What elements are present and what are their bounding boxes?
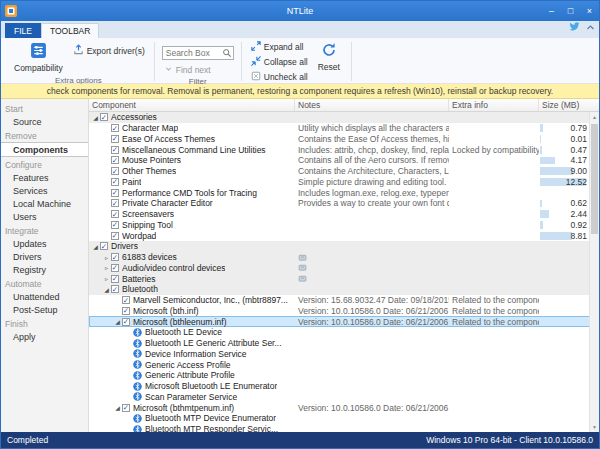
table-row[interactable]: ✓Miscellaneous Command Line UtilitiesInc… [89, 144, 599, 155]
table-row[interactable]: ◢✓Microsoft (bthleenum.inf)Version: 10.0… [89, 316, 599, 327]
row-checkbox[interactable]: ✓ [111, 264, 119, 272]
row-checkbox[interactable]: ✓ [111, 178, 119, 186]
table-row[interactable]: Bluetooth LE Device [89, 327, 599, 338]
table-row[interactable]: ◢✓Microsoft (bthmtpenum.inf)Version: 10.… [89, 402, 599, 413]
row-checkbox[interactable]: ✓ [111, 221, 119, 229]
expand-tree-icon[interactable]: ▹ [102, 254, 111, 261]
table-row[interactable]: ✓Marvell Semiconductor, Inc., (mbtr8897.… [89, 295, 599, 306]
table-row[interactable]: ✓Private Character EditorProvides a way … [89, 198, 599, 209]
collapse-tree-icon[interactable]: ◢ [91, 114, 100, 121]
row-checkbox[interactable]: ✓ [111, 167, 119, 175]
table-row[interactable]: Bluetooth MTP Responder Servic... [89, 424, 599, 432]
extra-info-cell [449, 284, 539, 295]
find-next-button[interactable]: Find next [160, 63, 215, 76]
table-row[interactable]: ✓Performance CMD Tools for TracingInclud… [89, 187, 599, 198]
extra-info-cell [449, 230, 539, 241]
table-row[interactable]: ◢✓Bluetooth [89, 284, 599, 295]
component-cell: ▹✓Batteries [89, 273, 295, 284]
row-checkbox[interactable]: ✓ [100, 242, 108, 250]
export-drivers-button[interactable]: Export driver(s) [69, 43, 149, 58]
expand-tree-icon[interactable]: ▹ [102, 275, 111, 282]
scrollbar-thumb[interactable] [591, 124, 598, 234]
tab-file[interactable]: FILE [5, 23, 41, 38]
size-cell: 2.44 [539, 209, 591, 220]
sidebar-item-registry[interactable]: Registry [1, 263, 88, 276]
component-label: Scan Parameter Service [145, 392, 237, 402]
expand-all-button[interactable]: Expand all [247, 40, 312, 54]
table-row[interactable]: ✓Screensavers2.44 [89, 209, 599, 220]
table-row[interactable]: Device Information Service [89, 349, 599, 360]
compatibility-button[interactable]: Compatibility [8, 40, 69, 75]
table-row[interactable]: ▹✓61883 devices [89, 252, 599, 263]
table-row[interactable]: ✓Microsoft (bth.inf)Version: 10.0.10586.… [89, 306, 599, 317]
tab-toolbar[interactable]: TOOLBAR [41, 23, 99, 38]
sidebar-item-unattended[interactable]: Unattended [1, 290, 88, 303]
table-row[interactable]: ✓Wordpad8.81 [89, 230, 599, 241]
sidebar-item-updates[interactable]: Updates [1, 237, 88, 250]
reset-button[interactable]: Reset [312, 40, 346, 74]
notes-cell [295, 209, 449, 220]
component-tree[interactable]: ◢✓Accessories✓Character MapUtility which… [89, 112, 599, 432]
collapse-tree-icon[interactable]: ◢ [113, 404, 122, 411]
sidebar-section-finish: Finish [1, 316, 88, 330]
column-header-extra-info[interactable]: Extra info [449, 99, 539, 111]
row-checkbox[interactable]: ✓ [122, 318, 130, 326]
sidebar-item-local-machine[interactable]: Local Machine [1, 197, 88, 210]
row-checkbox[interactable]: ✓ [111, 189, 119, 197]
scroll-down-icon[interactable]: ▼ [590, 422, 599, 432]
notes-cell: Includes logman.exe, relog.exe, typeperf… [295, 187, 449, 198]
row-checkbox[interactable]: ✓ [111, 156, 119, 164]
expand-tree-icon[interactable]: ▹ [102, 264, 111, 271]
column-header-component[interactable]: Component [89, 99, 295, 111]
row-checkbox[interactable]: ✓ [111, 285, 119, 293]
extra-info-cell: Related to the component: Bluet... [449, 306, 539, 317]
row-checkbox[interactable]: ✓ [111, 146, 119, 154]
sidebar-item-post-setup[interactable]: Post-Setup [1, 303, 88, 316]
collapse-tree-icon[interactable]: ◢ [91, 243, 100, 250]
table-row[interactable]: ✓PaintSimple picture drawing and editing… [89, 177, 599, 188]
collapse-tree-icon[interactable]: ◢ [113, 318, 122, 325]
column-header-size[interactable]: Size (MB) [539, 99, 581, 111]
table-row[interactable]: ▹✓Audio/video control devices [89, 263, 599, 274]
table-row[interactable]: Scan Parameter Service [89, 392, 599, 403]
notes-cell [295, 220, 449, 231]
bluetooth-icon [133, 339, 142, 348]
table-row[interactable]: ✓Mouse PointersContains all of the Aero … [89, 155, 599, 166]
table-row[interactable]: ✓Snipping Tool0.92 [89, 220, 599, 231]
table-row[interactable]: Microsoft Bluetooth LE Enumerator [89, 381, 599, 392]
row-checkbox[interactable]: ✓ [111, 124, 119, 132]
sidebar-item-apply[interactable]: Apply [1, 330, 88, 343]
table-row[interactable]: Generic Access Profile [89, 359, 599, 370]
table-row[interactable]: ◢✓Drivers [89, 241, 599, 252]
sidebar-item-users[interactable]: Users [1, 210, 88, 223]
collapse-tree-icon[interactable]: ◢ [102, 286, 111, 293]
row-checkbox[interactable]: ✓ [111, 275, 119, 283]
collapse-all-button[interactable]: Collapse all [247, 55, 312, 69]
row-checkbox[interactable]: ✓ [100, 113, 108, 121]
table-row[interactable]: Bluetooth LE Generic Attribute Ser... [89, 338, 599, 349]
row-checkbox[interactable]: ✓ [122, 307, 130, 315]
row-checkbox[interactable]: ✓ [111, 253, 119, 261]
row-checkbox[interactable]: ✓ [122, 296, 130, 304]
sidebar-item-features[interactable]: Features [1, 171, 88, 184]
row-checkbox[interactable]: ✓ [111, 232, 119, 240]
table-row[interactable]: Bluetooth MTP Device Enumerator [89, 413, 599, 424]
uncheck-all-button[interactable]: Uncheck all [247, 70, 312, 84]
table-row[interactable]: Generic Attribute Profile [89, 370, 599, 381]
row-checkbox[interactable]: ✓ [111, 199, 119, 207]
row-checkbox[interactable]: ✓ [111, 210, 119, 218]
table-row[interactable]: ▹✓Batteries [89, 273, 599, 284]
table-row[interactable]: ✓Character MapUtility which displays all… [89, 123, 599, 134]
table-row[interactable]: ✓Ease Of Access ThemesContains the Ease … [89, 134, 599, 145]
sidebar-item-services[interactable]: Services [1, 184, 88, 197]
sidebar-item-source[interactable]: Source [1, 115, 88, 128]
sidebar-item-components[interactable]: Components [1, 142, 88, 157]
scroll-up-icon[interactable]: ▲ [590, 112, 599, 122]
row-checkbox[interactable]: ✓ [111, 135, 119, 143]
table-row[interactable]: ◢✓Accessories [89, 112, 599, 123]
table-row[interactable]: ✓Other ThemesContains the Architecture, … [89, 166, 599, 177]
row-checkbox[interactable]: ✓ [122, 404, 130, 412]
column-header-notes[interactable]: Notes [295, 99, 449, 111]
vertical-scrollbar[interactable]: ▲ ▼ [589, 112, 599, 432]
sidebar-item-drivers[interactable]: Drivers [1, 250, 88, 263]
